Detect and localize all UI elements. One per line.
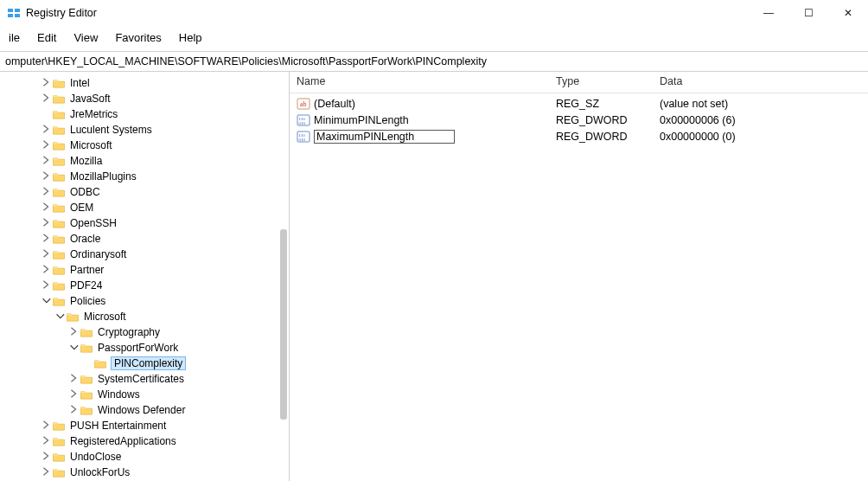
tree-expander[interactable] bbox=[40, 202, 52, 214]
tree-item-label: Microsoft bbox=[69, 139, 113, 151]
tree-expander[interactable] bbox=[40, 279, 52, 292]
list-row[interactable]: MinimumPINLengthREG_DWORD0x00000006 (6) bbox=[290, 112, 868, 128]
tree-item-registeredapplications[interactable]: RegisteredApplications bbox=[0, 433, 289, 449]
column-name[interactable]: Name bbox=[290, 75, 549, 87]
folder-icon bbox=[52, 202, 66, 214]
tree-expander[interactable] bbox=[40, 233, 52, 245]
tree-item-ordinarysoft[interactable]: Ordinarysoft bbox=[0, 247, 289, 262]
tree-item-label: UnlockForUs bbox=[69, 466, 131, 478]
tree-expander[interactable] bbox=[67, 404, 80, 416]
regedit-icon bbox=[7, 6, 21, 20]
tree-item-javasoft[interactable]: JavaSoft bbox=[0, 91, 289, 106]
column-data[interactable]: Data bbox=[653, 75, 868, 87]
value-type: REG_SZ bbox=[549, 98, 653, 110]
folder-icon bbox=[52, 124, 66, 136]
svg-rect-2 bbox=[8, 14, 13, 17]
folder-icon bbox=[52, 420, 66, 432]
tree-expander[interactable] bbox=[40, 139, 52, 151]
folder-icon bbox=[52, 108, 66, 120]
tree-expander[interactable] bbox=[40, 217, 52, 229]
folder-icon bbox=[80, 388, 93, 401]
tree-scrollbar[interactable] bbox=[280, 74, 287, 479]
tree-expander[interactable] bbox=[67, 388, 80, 401]
tree-expander[interactable] bbox=[40, 451, 52, 463]
folder-icon bbox=[52, 186, 66, 198]
tree-expander[interactable] bbox=[67, 342, 80, 354]
tree-item-unlockforus[interactable]: UnlockForUs bbox=[0, 465, 289, 480]
svg-rect-3 bbox=[15, 14, 20, 17]
tree-item-openssh[interactable]: OpenSSH bbox=[0, 215, 289, 231]
tree-item-label: Windows Defender bbox=[97, 404, 186, 416]
titlebar: Registry Editor — ☐ ✕ bbox=[0, 0, 868, 26]
tree-item-odbc[interactable]: ODBC bbox=[0, 184, 289, 200]
tree-item-pincomplexity[interactable]: PINComplexity bbox=[0, 356, 289, 371]
tree-item-jremetrics[interactable]: JreMetrics bbox=[0, 106, 289, 122]
tree-item-passportforwork[interactable]: PassportForWork bbox=[0, 340, 289, 356]
tree-item-label: Cryptography bbox=[97, 326, 161, 338]
tree-expander[interactable] bbox=[67, 326, 80, 338]
menu-view[interactable]: View bbox=[65, 29, 106, 46]
folder-icon bbox=[52, 466, 66, 478]
tree-item-push-entertainment[interactable]: PUSH Entertainment bbox=[0, 418, 289, 433]
tree-expander[interactable] bbox=[40, 466, 52, 478]
address-bar[interactable]: omputer\HKEY_LOCAL_MACHINE\SOFTWARE\Poli… bbox=[0, 51, 868, 72]
tree-item-luculent-systems[interactable]: Luculent Systems bbox=[0, 122, 289, 138]
tree-expander[interactable] bbox=[40, 93, 52, 105]
tree-expander[interactable] bbox=[40, 435, 52, 447]
tree-item-mozilla[interactable]: Mozilla bbox=[0, 153, 289, 169]
menu-file[interactable]: ile bbox=[0, 29, 29, 46]
tree-item-partner[interactable]: Partner bbox=[0, 262, 289, 278]
minimize-button[interactable]: — bbox=[749, 0, 788, 26]
folder-icon bbox=[52, 77, 66, 89]
tree-item-windows-defender[interactable]: Windows Defender bbox=[0, 402, 289, 418]
list-row[interactable]: REG_DWORD0x00000000 (0) bbox=[290, 128, 868, 144]
tree-expander[interactable] bbox=[40, 170, 52, 183]
tree-item-microsoft[interactable]: Microsoft bbox=[0, 309, 289, 324]
tree-expander[interactable] bbox=[54, 311, 66, 323]
tree-expander[interactable] bbox=[67, 373, 80, 385]
menu-edit[interactable]: Edit bbox=[29, 29, 65, 46]
tree-expander[interactable] bbox=[40, 420, 52, 432]
tree-item-label: ODBC bbox=[69, 186, 101, 198]
tree-expander[interactable] bbox=[40, 295, 52, 307]
list-row[interactable]: (Default)REG_SZ(value not set) bbox=[290, 95, 868, 112]
folder-icon bbox=[52, 248, 66, 260]
column-type[interactable]: Type bbox=[549, 75, 653, 87]
menu-help[interactable]: Help bbox=[170, 29, 211, 46]
tree-expander[interactable] bbox=[40, 264, 52, 276]
tree-item-windows[interactable]: Windows bbox=[0, 387, 289, 402]
tree-item-label: Intel bbox=[69, 77, 91, 89]
folder-icon bbox=[80, 342, 93, 354]
tree-item-mozillaplugins[interactable]: MozillaPlugins bbox=[0, 169, 289, 184]
tree-item-policies[interactable]: Policies bbox=[0, 293, 289, 309]
tree-item-oem[interactable]: OEM bbox=[0, 200, 289, 215]
value-name-edit[interactable] bbox=[314, 130, 455, 144]
close-button[interactable]: ✕ bbox=[828, 0, 868, 26]
folder-icon bbox=[52, 155, 66, 167]
menu-favorites[interactable]: Favorites bbox=[106, 29, 169, 46]
tree-scrollbar-thumb[interactable] bbox=[280, 229, 287, 420]
tree-item-cryptography[interactable]: Cryptography bbox=[0, 324, 289, 340]
value-data: 0x00000000 (0) bbox=[653, 131, 868, 143]
menubar: ile Edit View Favorites Help bbox=[0, 26, 868, 51]
tree-expander[interactable] bbox=[40, 186, 52, 198]
tree-item-pdf24[interactable]: PDF24 bbox=[0, 278, 289, 293]
tree-pane[interactable]: IntelJavaSoftJreMetricsLuculent SystemsM… bbox=[0, 72, 290, 481]
tree-expander[interactable] bbox=[40, 77, 52, 89]
tree-item-label: Ordinarysoft bbox=[69, 248, 127, 260]
tree-expander[interactable] bbox=[40, 124, 52, 136]
folder-icon bbox=[52, 295, 66, 307]
tree-item-systemcertificates[interactable]: SystemCertificates bbox=[0, 371, 289, 387]
tree-item-label: RegisteredApplications bbox=[69, 435, 177, 447]
dword-value-icon bbox=[297, 130, 310, 144]
list-pane: Name Type Data (Default)REG_SZ(value not… bbox=[290, 72, 868, 481]
tree-item-undoclose[interactable]: UndoClose bbox=[0, 449, 289, 465]
tree-item-label: MozillaPlugins bbox=[69, 170, 137, 183]
folder-icon bbox=[80, 404, 93, 416]
tree-item-oracle[interactable]: Oracle bbox=[0, 231, 289, 247]
tree-item-microsoft[interactable]: Microsoft bbox=[0, 138, 289, 153]
tree-expander[interactable] bbox=[40, 155, 52, 167]
maximize-button[interactable]: ☐ bbox=[788, 0, 828, 26]
tree-item-intel[interactable]: Intel bbox=[0, 75, 289, 91]
tree-expander[interactable] bbox=[40, 248, 52, 260]
